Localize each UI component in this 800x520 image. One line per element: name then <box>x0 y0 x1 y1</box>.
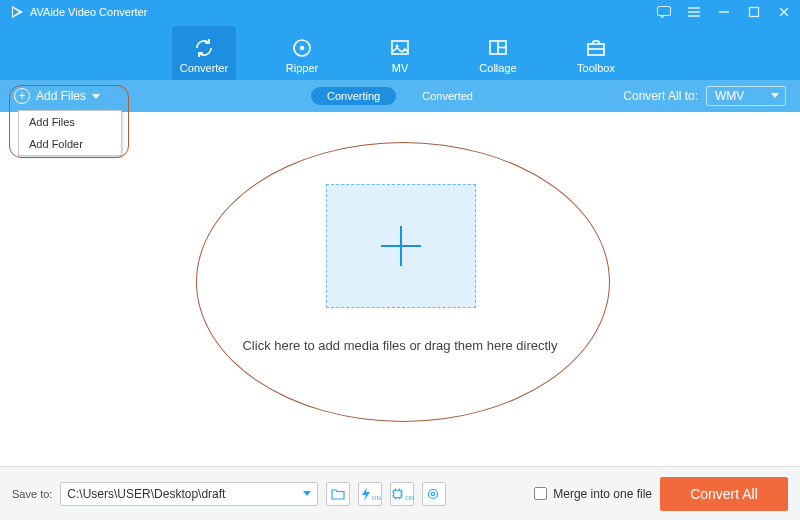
open-folder-button[interactable] <box>326 482 350 506</box>
menu-item-add-files[interactable]: Add Files <box>19 111 121 133</box>
add-files-menu: Add Files Add Folder <box>18 110 122 156</box>
grid-icon <box>487 37 509 59</box>
svg-point-29 <box>429 489 438 498</box>
caret-down-icon <box>771 93 779 98</box>
tab-toolbox[interactable]: Toolbox <box>564 26 628 80</box>
svg-rect-2 <box>658 7 671 16</box>
disc-icon <box>291 37 313 59</box>
tab-label: Collage <box>479 62 516 74</box>
svg-rect-7 <box>750 8 759 17</box>
main-tabs: Converter Ripper MV Collage Toolbox <box>0 26 800 80</box>
menu-item-add-folder[interactable]: Add Folder <box>19 133 121 155</box>
add-media-dropzone[interactable] <box>326 184 476 308</box>
convert-all-format-select[interactable]: WMV <box>706 86 786 106</box>
save-to-label: Save to: <box>12 488 52 500</box>
lightning-button[interactable]: ON <box>358 482 382 506</box>
feedback-icon[interactable] <box>656 4 672 20</box>
tab-label: MV <box>392 62 409 74</box>
svg-rect-12 <box>392 41 408 54</box>
tab-collage[interactable]: Collage <box>466 26 530 80</box>
app-title: AVAide Video Converter <box>30 6 147 18</box>
tab-mv[interactable]: MV <box>368 26 432 80</box>
tab-ripper[interactable]: Ripper <box>270 26 334 80</box>
convert-all-button[interactable]: Convert All <box>660 477 788 511</box>
svg-marker-19 <box>362 487 370 501</box>
subtab-converting[interactable]: Converting <box>311 87 396 105</box>
image-icon <box>389 37 411 59</box>
tab-label: Converter <box>180 62 228 74</box>
caret-down-icon <box>92 94 100 99</box>
save-path-select[interactable]: C:\Users\USER\Desktop\draft <box>60 482 318 506</box>
briefcase-icon <box>585 37 607 59</box>
svg-rect-20 <box>394 490 401 497</box>
tab-converter[interactable]: Converter <box>172 26 236 80</box>
drop-zone-area: Click here to add media files or drag th… <box>0 112 800 466</box>
convert-all-label: Convert All to: <box>623 89 698 103</box>
checkbox-icon <box>534 487 547 500</box>
minimize-icon[interactable] <box>716 4 732 20</box>
close-icon[interactable] <box>776 4 792 20</box>
convert-button-label: Convert All <box>690 486 758 502</box>
merge-label: Merge into one file <box>553 487 652 501</box>
convert-all-value: WMV <box>715 89 744 103</box>
menu-icon[interactable] <box>686 4 702 20</box>
svg-point-30 <box>432 492 435 495</box>
add-files-button[interactable]: + Add Files <box>14 88 100 104</box>
caret-down-icon <box>303 491 311 496</box>
tab-label: Toolbox <box>577 62 615 74</box>
maximize-icon[interactable] <box>746 4 762 20</box>
merge-checkbox[interactable]: Merge into one file <box>534 487 652 501</box>
subtab-converted[interactable]: Converted <box>406 87 489 105</box>
settings-button[interactable] <box>422 482 446 506</box>
tab-label: Ripper <box>286 62 318 74</box>
plus-icon <box>381 226 421 266</box>
svg-point-11 <box>300 45 304 49</box>
save-path-value: C:\Users\USER\Desktop\draft <box>67 487 225 501</box>
sync-icon <box>193 37 215 59</box>
dropzone-hint: Click here to add media files or drag th… <box>0 338 800 353</box>
gpu-button[interactable]: ON <box>390 482 414 506</box>
app-logo-icon <box>10 5 24 19</box>
add-files-label: Add Files <box>36 89 86 103</box>
plus-circle-icon: + <box>14 88 30 104</box>
